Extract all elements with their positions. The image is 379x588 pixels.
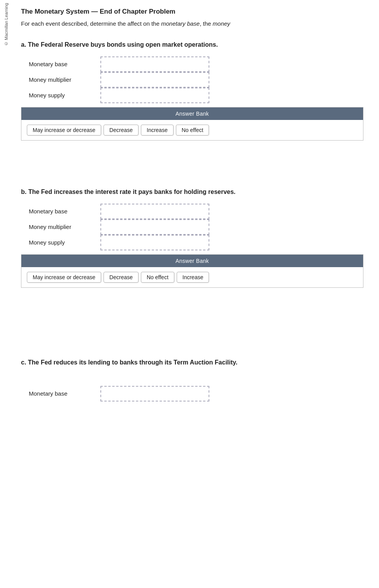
drop-box-money-supply-b[interactable] — [100, 235, 209, 250]
drop-box-money-multiplier-a[interactable] — [100, 72, 209, 88]
drop-area-c: Monetary base — [29, 386, 363, 401]
answer-bank-header-a: Answer Bank — [21, 107, 363, 120]
chip-increase-a[interactable]: Increase — [141, 125, 174, 136]
label-money-multiplier-b: Money multiplier — [29, 221, 99, 232]
answer-bank-items-a: May increase or decrease Decrease Increa… — [21, 120, 363, 140]
label-money-multiplier-a: Money multiplier — [29, 74, 99, 85]
chip-may-increase-decrease-a[interactable]: May increase or decrease — [27, 125, 101, 136]
chip-increase-b[interactable]: Increase — [177, 272, 209, 283]
drop-box-money-multiplier-b[interactable] — [100, 219, 209, 235]
question-b-label: b. The Fed increases the interest rate i… — [21, 187, 363, 197]
label-money-supply-b: Money supply — [29, 237, 99, 248]
chip-decrease-a[interactable]: Decrease — [104, 125, 139, 136]
page-title: The Monetary System — End of Chapter Pro… — [21, 8, 363, 16]
drop-row-monetary-base-b: Monetary base — [29, 204, 363, 219]
drop-row-money-multiplier-a: Money multiplier — [29, 72, 363, 88]
drop-area-b: Monetary base Money multiplier Money sup… — [29, 204, 363, 250]
drop-box-monetary-base-b[interactable] — [100, 204, 209, 219]
answer-bank-a: Answer Bank May increase or decrease Dec… — [21, 107, 363, 141]
answer-bank-b: Answer Bank May increase or decrease Dec… — [21, 254, 363, 288]
answer-bank-header-b: Answer Bank — [21, 255, 363, 267]
drop-box-monetary-base-a[interactable] — [100, 56, 209, 72]
section-b: b. The Fed increases the interest rate i… — [21, 187, 363, 288]
label-money-supply-a: Money supply — [29, 90, 99, 101]
drop-row-monetary-base-c: Monetary base — [29, 386, 363, 401]
chip-no-effect-b[interactable]: No effect — [141, 272, 174, 283]
drop-row-monetary-base-a: Monetary base — [29, 56, 363, 72]
copyright-label: © Macmillan Learning — [0, 0, 12, 101]
chip-no-effect-a[interactable]: No effect — [176, 125, 209, 136]
section-c: c. The Fed reduces its lending to banks … — [21, 358, 363, 401]
drop-box-monetary-base-c[interactable] — [100, 386, 209, 401]
drop-area-a: Monetary base Money multiplier Money sup… — [29, 56, 363, 103]
drop-row-money-supply-b: Money supply — [29, 235, 363, 250]
chip-may-increase-decrease-b[interactable]: May increase or decrease — [27, 272, 101, 283]
drop-row-money-supply-a: Money supply — [29, 88, 363, 103]
question-a-label: a. The Federal Reserve buys bonds using … — [21, 40, 363, 49]
label-monetary-base-a: Monetary base — [29, 58, 99, 70]
chip-decrease-b[interactable]: Decrease — [104, 272, 139, 283]
label-monetary-base-c: Monetary base — [29, 388, 99, 399]
drop-row-money-multiplier-b: Money multiplier — [29, 219, 363, 235]
label-monetary-base-b: Monetary base — [29, 206, 99, 217]
answer-bank-items-b: May increase or decrease Decrease No eff… — [21, 267, 363, 287]
drop-box-money-supply-a[interactable] — [100, 88, 209, 103]
section-a: a. The Federal Reserve buys bonds using … — [21, 40, 363, 141]
page-description: For each event described, determine the … — [21, 19, 363, 28]
question-c-label: c. The Fed reduces its lending to banks … — [21, 358, 363, 367]
